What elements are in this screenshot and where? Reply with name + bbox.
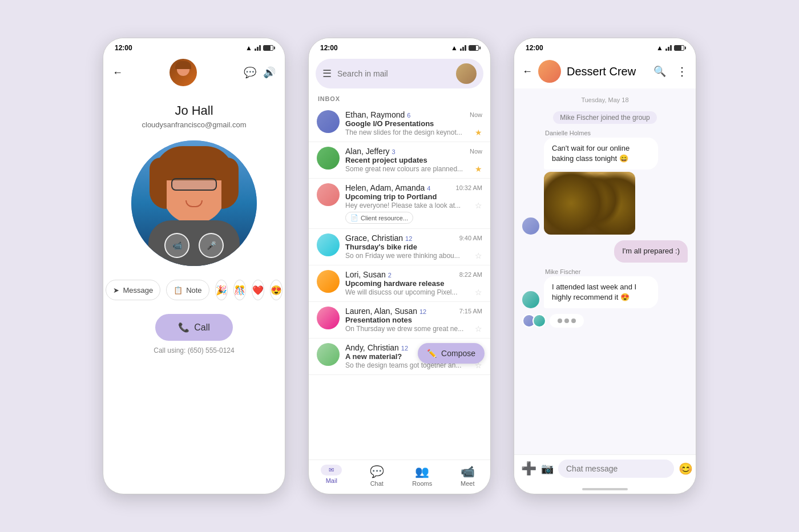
- star-4[interactable]: ☆: [475, 251, 482, 260]
- sound-icon[interactable]: 🔊: [263, 66, 276, 79]
- compose-fab[interactable]: ✏️ Compose: [418, 343, 485, 364]
- msg-row-mike: I attended last week and I highly recomm…: [522, 276, 688, 308]
- wifi-icon: ▲: [245, 44, 252, 52]
- message-group-danielle: Danielle Holmes Can't wait for our onlin…: [522, 130, 688, 235]
- avatar-andy: [317, 343, 340, 366]
- nav-mail-label: Mail: [326, 477, 337, 484]
- nav-mail[interactable]: ✉ Mail: [309, 465, 354, 487]
- mail-item[interactable]: Andy, Christian 12 A new material? So th…: [309, 338, 490, 375]
- wifi-icon-3: ▲: [656, 44, 663, 52]
- msg-row-danielle: Can't wait for our online baking class t…: [522, 138, 688, 235]
- typing-indicator-row: [522, 314, 688, 328]
- status-icons-1: ▲: [245, 44, 273, 52]
- star-5[interactable]: ☆: [475, 288, 482, 297]
- note-icon: 📋: [173, 286, 183, 295]
- status-bar-3: 12:00 ▲: [514, 38, 696, 55]
- preview-2: Some great new colours are planned...: [345, 165, 463, 173]
- avatar-danielle-chat: [522, 217, 539, 235]
- time-2: Now: [470, 148, 482, 155]
- status-icons-2: ▲: [451, 44, 479, 52]
- emoji-btn-2[interactable]: 🎊: [233, 280, 246, 300]
- mail-item[interactable]: Grace, Christian 12 9:40 AM Thursday's b…: [309, 229, 490, 265]
- mail-item[interactable]: Lauren, Alan, Susan 12 7:15 AM Presentat…: [309, 302, 490, 338]
- phone-chat: 12:00 ▲ ← Dessert Crew 🔍 ⋮ Tuesday, May …: [514, 38, 696, 494]
- action-buttons-row: ➤ Message 📋 Note 🎉 🎊 ❤️ 😍: [103, 272, 285, 306]
- message-button[interactable]: ➤ Message: [106, 280, 160, 300]
- emoji-btn-1[interactable]: 🎉: [215, 280, 228, 300]
- system-message: Mike Fischer joined the group: [553, 111, 656, 124]
- emoji-input-icon[interactable]: 😊: [679, 462, 693, 475]
- contact-thumbnail-avatar: [170, 59, 197, 86]
- user-avatar-mail[interactable]: [456, 63, 477, 84]
- avatar-lauren: [317, 307, 340, 329]
- bubble-danielle: Can't wait for our online baking class t…: [544, 138, 658, 170]
- chat-nav-icon: 💬: [370, 465, 384, 478]
- bubble-mike: I attended last week and I highly recomm…: [544, 276, 658, 308]
- star-6[interactable]: ☆: [475, 324, 482, 333]
- star-1[interactable]: ★: [475, 128, 482, 137]
- contact-large-avatar: 📹 🎤: [131, 140, 257, 266]
- search-icon-chat[interactable]: 🔍: [653, 65, 666, 78]
- video-call-btn[interactable]: 📹: [164, 233, 189, 258]
- star-2[interactable]: ★: [475, 164, 482, 174]
- call-button[interactable]: 📞 Call: [155, 314, 233, 341]
- time-5: 8:22 AM: [459, 271, 482, 278]
- subject-4: Thursday's bike ride: [345, 243, 482, 251]
- phones-container: 12:00 ▲ 💬 🔊: [80, 15, 719, 517]
- mail-item[interactable]: Helen, Adam, Amanda 4 10:32 AM Upcoming …: [309, 179, 490, 229]
- sender-7: Andy, Christian 12: [345, 343, 408, 352]
- battery-icon-3: [674, 45, 684, 51]
- photo-bubble-danielle[interactable]: [544, 172, 635, 235]
- add-icon[interactable]: ➕: [521, 461, 536, 476]
- group-avatar: [538, 60, 561, 83]
- search-input[interactable]: [337, 69, 450, 78]
- contact-info-section: Jo Hall cloudysanfrancisco@gmail.com: [103, 93, 285, 129]
- avatar-grace: [317, 233, 340, 256]
- search-bar[interactable]: ☰: [316, 59, 483, 88]
- attach-icon[interactable]: 📷: [541, 462, 554, 475]
- system-message-container: Mike Fischer joined the group: [522, 111, 688, 124]
- nav-rooms[interactable]: 👥 Rooms: [400, 465, 445, 487]
- tarts-image: [544, 172, 635, 235]
- call-overlay-controls: 📹 🎤: [164, 233, 224, 258]
- subject-2: Recent project updates: [345, 156, 482, 164]
- chat-icon[interactable]: 💬: [244, 66, 256, 79]
- emoji-btn-3[interactable]: ❤️: [252, 280, 264, 300]
- sender-5: Lori, Susan 2: [345, 270, 392, 279]
- mute-btn[interactable]: 🎤: [199, 233, 224, 258]
- chat-input[interactable]: [558, 460, 674, 478]
- more-options-icon[interactable]: ⋮: [676, 65, 688, 78]
- emoji-btn-4[interactable]: 😍: [270, 280, 283, 300]
- mute-icon: 🎤: [207, 241, 216, 250]
- avatar-ethan: [317, 110, 340, 133]
- preview-5: We will disucss our upcoming Pixel...: [345, 288, 458, 296]
- subject-6: Presentation notes: [345, 316, 482, 324]
- signal-bars: [255, 45, 261, 51]
- status-bar-2: 12:00 ▲: [309, 38, 490, 55]
- video-icon: 📹: [172, 241, 182, 250]
- signal-bar-1: [255, 49, 256, 51]
- sender-6: Lauren, Alan, Susan 12: [345, 307, 426, 316]
- mail-item[interactable]: Alan, Jeffery 3 Now Recent project updat…: [309, 142, 490, 179]
- nav-meet[interactable]: 📹 Meet: [445, 465, 491, 487]
- wifi-icon-2: ▲: [451, 44, 458, 52]
- call-using-text: Call using: (650) 555-0124: [103, 344, 285, 360]
- nav-chat[interactable]: 💬 Chat: [354, 465, 400, 487]
- call-label: Call: [194, 323, 210, 333]
- back-icon[interactable]: [112, 67, 123, 79]
- meet-nav-icon: 📹: [461, 465, 475, 478]
- signal-bar-2: [257, 47, 259, 51]
- attachment-chip[interactable]: 📄 Client resource...: [345, 212, 413, 224]
- note-button[interactable]: 📋 Note: [166, 280, 209, 300]
- sender-1: Ethan, Raymond 6: [345, 110, 410, 119]
- signal-bars-2: [460, 45, 466, 51]
- mail-item[interactable]: Ethan, Raymond 6 Now Google I/O Presenta…: [309, 106, 490, 142]
- star-3[interactable]: ☆: [475, 201, 482, 210]
- date-divider: Tuesday, May 18: [522, 96, 688, 103]
- mail-item[interactable]: Lori, Susan 2 8:22 AM Upcoming hardware …: [309, 265, 490, 302]
- menu-icon[interactable]: ☰: [322, 67, 332, 80]
- avatar-lori: [317, 270, 340, 293]
- typing-dot-1: [558, 319, 562, 323]
- status-bar-1: 12:00 ▲: [103, 38, 285, 55]
- back-icon-chat[interactable]: ←: [522, 66, 532, 78]
